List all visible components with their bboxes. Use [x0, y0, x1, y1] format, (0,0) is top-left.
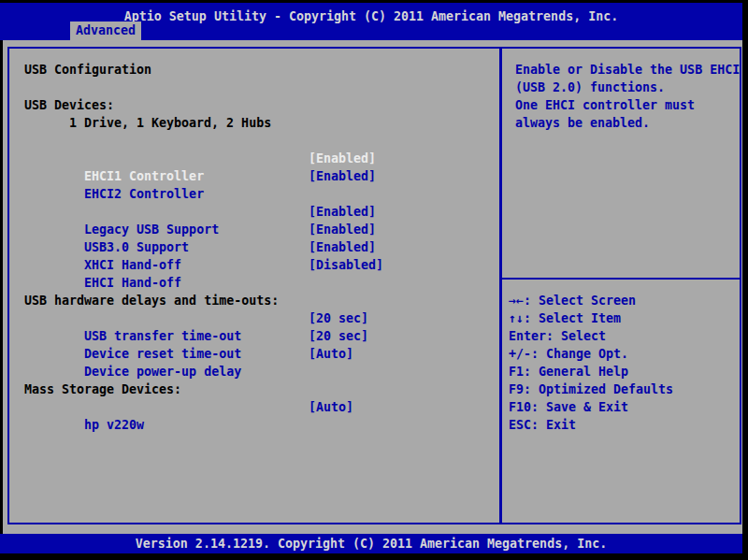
tab-row: Advanced [0, 22, 748, 40]
option-value: [Enabled] [309, 203, 376, 221]
option-device-powerup-delay[interactable]: Device power-up delay [Auto] [24, 345, 241, 363]
section-title-mass-storage: Mass Storage Devices: [24, 381, 181, 398]
option-value: [20 sec] [309, 309, 368, 327]
usb-devices-summary: 1 Drive, 1 Keyboard, 2 Hubs [24, 114, 271, 132]
version-text: Version 2.14.1219. Copyright (C) 2011 Am… [0, 535, 742, 553]
option-legacy-usb-support[interactable]: Legacy USB Support [Enabled] [24, 203, 219, 221]
option-label: EHCI Hand-off [84, 276, 181, 290]
legend-general-help: F1: General Help [509, 363, 628, 381]
option-value: [Auto] [309, 345, 353, 363]
legend-save-exit: F10: Save & Exit [509, 398, 628, 416]
option-value: [Auto] [309, 398, 353, 416]
legend-select-screen: →←: Select Screen [509, 292, 636, 309]
legend-esc-exit: ESC: Exit [509, 416, 576, 434]
options-panel: USB Configuration USB Devices: 1 Drive, … [9, 49, 499, 523]
option-hp-v220w[interactable]: hp v220w [Auto] [24, 398, 144, 416]
option-usb3-support[interactable]: USB3.0 Support [Enabled] [24, 221, 189, 238]
legend-enter-select: Enter: Select [509, 327, 606, 345]
section-title-usb-configuration: USB Configuration [24, 61, 151, 79]
bios-screen: USB Configuration USB Devices: 1 Drive, … [3, 40, 742, 534]
option-label: hp v220w [84, 418, 144, 432]
option-device-reset-timeout[interactable]: Device reset time-out [20 sec] [24, 327, 241, 345]
option-label: Device power-up delay [84, 365, 241, 379]
option-label: EHCI2 Controller [84, 187, 204, 201]
legend-change-opt: +/-: Change Opt. [509, 345, 628, 363]
option-value: [Enabled] [309, 167, 376, 185]
footer-bar: Version 2.14.1219. Copyright (C) 2011 Am… [0, 534, 742, 553]
panel-box: USB Configuration USB Devices: 1 Drive, … [7, 47, 741, 524]
option-usb-transfer-timeout[interactable]: USB transfer time-out [20 sec] [24, 309, 241, 327]
option-value: [20 sec] [309, 327, 368, 345]
legend-select-item: ↑↓: Select Item [509, 309, 621, 327]
option-ehci-hand-off[interactable]: EHCI Hand-off [Disabled] [24, 256, 181, 274]
option-xhci-hand-off[interactable]: XHCI Hand-off [Enabled] [24, 238, 181, 256]
option-ehci2-controller[interactable]: EHCI2 Controller [Enabled] [24, 167, 204, 185]
option-value: [Enabled] [309, 150, 376, 167]
option-value: [Enabled] [309, 221, 376, 238]
option-value: [Enabled] [309, 238, 376, 256]
tab-advanced[interactable]: Advanced [70, 22, 141, 40]
legend-optimized-defaults: F9: Optimized Defaults [509, 381, 673, 398]
option-value: [Disabled] [309, 256, 383, 274]
option-ehci1-controller[interactable]: EHCI1 Controller [Enabled] [24, 150, 204, 167]
help-text-line: (USB 2.0) functions. [515, 79, 665, 96]
help-text-line: One EHCI controller must [515, 96, 695, 114]
section-title-usb-delays: USB hardware delays and time-outs: [24, 292, 279, 309]
help-panel: Enable or Disable the USB EHCI (USB 2.0)… [502, 49, 740, 523]
label-usb-devices: USB Devices: [24, 96, 114, 114]
help-text-line: Enable or Disable the USB EHCI [515, 61, 740, 79]
help-text-line: always be enabled. [515, 114, 650, 132]
